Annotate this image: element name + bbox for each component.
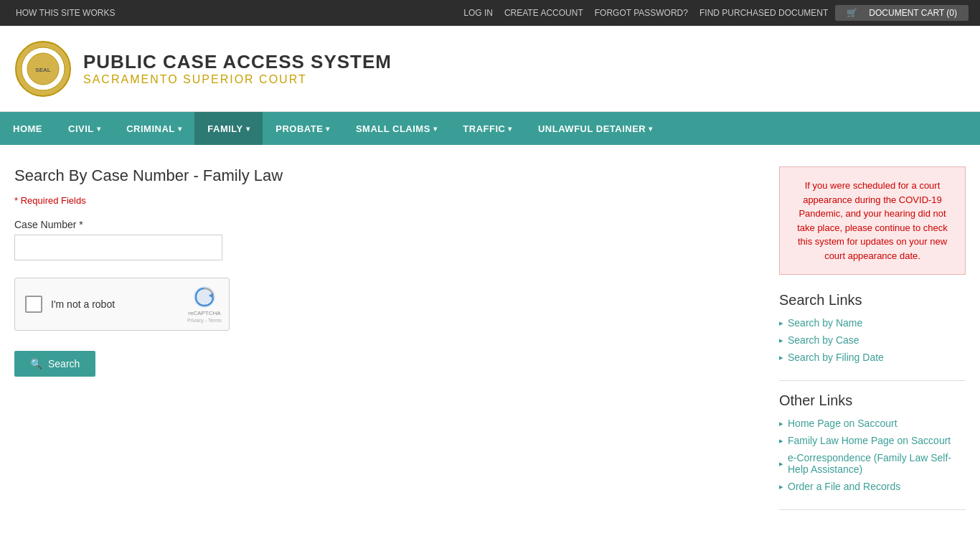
recaptcha-terms-text: Privacy - Terms	[187, 318, 222, 323]
main-content: Search By Case Number - Family Law * Req…	[0, 145, 980, 536]
cart-icon: 🛒	[847, 8, 857, 18]
nav-small-claims[interactable]: SMALL CLAIMS ▾	[343, 112, 450, 145]
cart-label: DOCUMENT CART (0)	[869, 8, 957, 18]
chevron-down-icon: ▾	[97, 125, 101, 133]
recaptcha-logo: reCAPTCHA Privacy - Terms	[187, 286, 222, 323]
captcha-checkbox[interactable]	[25, 296, 42, 313]
divider-bottom	[779, 509, 966, 510]
chevron-down-icon: ▾	[246, 125, 250, 133]
nav-unlawful-detainer[interactable]: UNLAWFUL DETAINER ▾	[525, 112, 666, 145]
how-site-works-link[interactable]: HOW THIS SITE WORKS	[16, 8, 115, 18]
search-by-filing-date-link[interactable]: Search by Filing Date	[779, 352, 966, 363]
captcha-label: I'm not a robot	[51, 298, 115, 310]
order-file-records-link[interactable]: Order a File and Records	[779, 481, 966, 492]
ecorrespondence-link[interactable]: e-Correspondence (Family Law Self-Help A…	[779, 452, 966, 475]
page-title: Search By Case Number - Family Law	[14, 166, 758, 185]
case-number-input[interactable]	[14, 235, 222, 260]
chevron-down-icon: ▾	[508, 125, 512, 133]
find-purchased-link[interactable]: FIND PURCHASED DOCUMENT	[699, 8, 828, 18]
required-fields-note: * Required Fields	[14, 195, 758, 206]
search-links-title: Search Links	[779, 292, 966, 309]
search-icon: 🔍	[30, 358, 42, 369]
create-account-link[interactable]: CREATE ACCOUNT	[504, 8, 583, 18]
covid-alert-text: If you were scheduled for a court appear…	[797, 180, 948, 261]
list-item: Search by Filing Date	[779, 352, 966, 363]
nav-criminal[interactable]: CRIMINAL ▾	[113, 112, 194, 145]
top-bar-right: LOG IN CREATE ACCOUNT FORGOT PASSWORD? F…	[459, 5, 969, 21]
top-bar: HOW THIS SITE WORKS LOG IN CREATE ACCOUN…	[0, 0, 980, 26]
search-links-list: Search by Name Search by Case Search by …	[779, 317, 966, 363]
list-item: Home Page on Saccourt	[779, 418, 966, 429]
chevron-down-icon: ▾	[649, 125, 653, 133]
forgot-password-link[interactable]: FORGOT PASSWORD?	[595, 8, 688, 18]
recaptcha-brand-text: reCAPTCHA	[188, 310, 220, 316]
nav-probate[interactable]: PROBATE ▾	[263, 112, 343, 145]
home-page-saccourt-link[interactable]: Home Page on Saccourt	[779, 418, 966, 429]
top-bar-left: HOW THIS SITE WORKS	[11, 8, 119, 18]
list-item: Search by Name	[779, 317, 966, 329]
captcha-widget: I'm not a robot reCAPTCHA Privacy - Term…	[14, 278, 230, 331]
sidebar: If you were scheduled for a court appear…	[779, 166, 966, 522]
covid-alert: If you were scheduled for a court appear…	[779, 166, 966, 275]
search-by-name-link[interactable]: Search by Name	[779, 317, 966, 329]
nav-home[interactable]: HOME	[0, 112, 55, 145]
chevron-down-icon: ▾	[326, 125, 330, 133]
divider	[779, 380, 966, 381]
header: SEAL PUBLIC CASE ACCESS SYSTEM SACRAMENT…	[0, 26, 980, 112]
log-in-link[interactable]: LOG IN	[463, 8, 493, 18]
case-number-label: Case Number *	[14, 219, 758, 230]
family-law-saccourt-link[interactable]: Family Law Home Page on Saccourt	[779, 435, 966, 446]
court-seal-icon: SEAL	[14, 40, 72, 98]
search-button-label: Search	[48, 358, 80, 369]
list-item: Search by Case	[779, 334, 966, 346]
header-title: PUBLIC CASE ACCESS SYSTEM SACRAMENTO SUP…	[83, 51, 392, 86]
nav-civil[interactable]: CIVIL ▾	[55, 112, 113, 145]
chevron-down-icon: ▾	[178, 125, 182, 133]
nav-family[interactable]: FAMILY ▾	[194, 112, 263, 145]
chevron-down-icon: ▾	[433, 125, 438, 133]
svg-text:SEAL: SEAL	[35, 67, 50, 73]
nav-traffic[interactable]: TRAFFIC ▾	[450, 112, 525, 145]
search-button[interactable]: 🔍 Search	[14, 351, 95, 377]
other-links-title: Other Links	[779, 392, 966, 409]
list-item: Family Law Home Page on Saccourt	[779, 435, 966, 446]
site-title: PUBLIC CASE ACCESS SYSTEM	[83, 51, 392, 73]
main-nav: HOME CIVIL ▾ CRIMINAL ▾ FAMILY ▾ PROBATE…	[0, 112, 980, 145]
other-links-list: Home Page on Saccourt Family Law Home Pa…	[779, 418, 966, 492]
recaptcha-icon	[193, 286, 216, 309]
court-name: SACRAMENTO SUPERIOR COURT	[83, 73, 392, 86]
list-item: e-Correspondence (Family Law Self-Help A…	[779, 452, 966, 475]
form-section: Search By Case Number - Family Law * Req…	[14, 166, 758, 522]
document-cart-button[interactable]: 🛒 DOCUMENT CART (0)	[835, 5, 969, 21]
search-by-case-link[interactable]: Search by Case	[779, 334, 966, 346]
list-item: Order a File and Records	[779, 481, 966, 492]
